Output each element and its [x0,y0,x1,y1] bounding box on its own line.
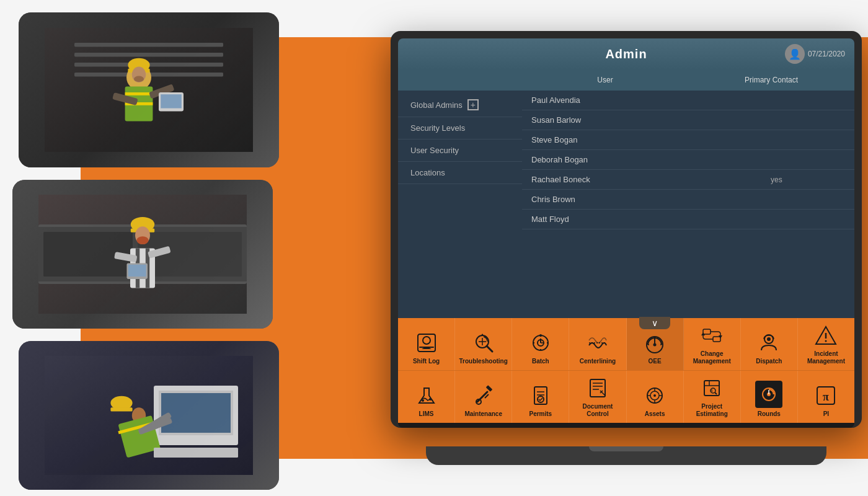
document-control-label: Document Control [572,403,623,418]
lims-button[interactable]: LIMS [398,371,455,423]
svg-rect-86 [590,379,605,397]
laptop-screen: Admin 👤 07/21/2020 User Primary Contact … [398,38,854,428]
batch-label: Batch [532,358,549,365]
table-body: Global Admins + Security Levels User Sec… [398,91,854,318]
svg-marker-53 [481,334,484,335]
user-contact: yes [771,175,845,184]
incident-management-label: Incident Management [800,350,852,365]
centerlining-button[interactable]: Centerlining [569,318,626,370]
svg-point-62 [653,343,657,347]
project-estimating-button[interactable]: $ Project Estimating [684,371,741,423]
svg-point-10 [134,76,144,82]
screen-header: Admin 👤 07/21/2020 [398,38,854,69]
nav-user-security[interactable]: User Security [398,140,522,162]
lims-icon [414,383,439,408]
screen-content: Admin 👤 07/21/2020 User Primary Contact … [398,38,854,423]
rounds-button[interactable]: Rounds [741,371,798,423]
svg-rect-16 [161,94,182,108]
photo-worker-3 [19,341,279,490]
page-title: Admin [605,47,647,61]
dispatch-label: Dispatch [756,358,782,365]
table-row[interactable]: Chris Brown [522,190,854,210]
laptop-frame: Admin 👤 07/21/2020 User Primary Contact … [391,31,862,428]
change-management-label: Change Management [686,350,738,365]
oee-icon [642,330,667,355]
permits-icon [528,383,553,408]
svg-text:$: $ [711,389,714,392]
maintenance-button[interactable]: Maintenance [455,371,512,423]
nav-label: Security Levels [410,123,465,133]
project-estimating-label: Project Estimating [686,403,738,418]
document-control-icon [585,376,610,401]
shift-log-label: Shift Log [413,358,440,365]
lims-label: LIMS [419,410,434,418]
table-row[interactable]: Paul Alvendia [522,91,854,110]
oee-label: OEE [649,358,662,365]
user-name: Steve Bogan [531,135,771,144]
change-management-button[interactable]: Change Management [684,318,741,370]
centerlining-label: Centerlining [580,358,616,365]
table-row[interactable]: Susan Barlow [522,110,854,130]
icon-row-2: LIMS M [398,371,854,423]
table-header: User Primary Contact [398,69,854,91]
svg-rect-41 [110,407,132,411]
nav-locations[interactable]: Locations [398,162,522,184]
table-row[interactable]: Steve Bogan [522,130,854,150]
troubleshooting-icon [471,330,496,355]
incident-management-icon [813,323,838,348]
oee-button[interactable]: ∨ [627,318,684,370]
document-control-button[interactable]: Document Control [569,371,626,423]
maintenance-icon [471,383,496,408]
troubleshooting-button[interactable]: Troubleshooting [455,318,512,370]
nav-label: Locations [410,168,445,177]
svg-text:AF: AF [828,389,835,394]
change-management-icon [699,323,724,348]
table-row[interactable]: Matt Floyd [522,210,854,229]
assets-button[interactable]: Assets [627,371,684,423]
photos-container [12,12,285,484]
table-row[interactable]: Deborah Bogan [522,150,854,170]
svg-point-74 [825,340,827,342]
nav-global-admins[interactable]: Global Admins + [398,93,522,117]
svg-line-52 [487,346,492,352]
svg-point-76 [422,399,424,402]
pi-label: PI [823,410,829,418]
col-user: User [522,73,688,87]
pi-button[interactable]: π AF PI [798,371,854,423]
dispatch-button[interactable]: Dispatch [741,318,798,370]
shift-log-button[interactable]: Shift Log [398,318,455,370]
pi-icon: π AF [813,383,838,408]
avatar: 👤 [785,44,805,64]
shift-log-icon [414,330,439,355]
user-name: Deborah Bogan [531,155,771,164]
incident-management-button[interactable]: Incident Management [798,318,854,370]
user-name: Matt Floyd [531,215,771,224]
svg-point-77 [429,398,432,401]
header-date: 07/21/2020 [808,50,845,58]
table-row[interactable]: Rachael Boneck yes [522,170,854,190]
svg-rect-66 [703,329,711,334]
nav-sidebar: Global Admins + Security Levels User Sec… [398,91,522,318]
nav-security-levels[interactable]: Security Levels [398,117,522,140]
laptop-base [426,446,826,465]
svg-rect-39 [161,393,231,433]
svg-rect-67 [713,337,720,342]
user-name: Paul Alvendia [531,95,771,105]
user-name: Chris Brown [531,195,771,204]
chevron-up-icon: ∨ [639,317,670,329]
icon-bar-row2: LIMS M [398,370,854,423]
user-name: Rachael Boneck [531,175,771,184]
assets-label: Assets [645,410,665,418]
laptop-container: Admin 👤 07/21/2020 User Primary Contact … [391,31,862,465]
plus-icon[interactable]: + [467,99,479,110]
maintenance-label: Maintenance [464,410,502,418]
nav-label: Global Admins [410,100,463,110]
svg-rect-79 [485,385,492,392]
permits-button[interactable]: Permits [512,371,569,423]
permits-label: Permits [529,410,552,418]
icon-bar-row1: Shift Log [398,318,854,370]
svg-point-71 [767,337,771,341]
batch-button[interactable]: Batch [512,318,569,370]
nav-label: User Security [410,146,459,155]
rounds-label: Rounds [758,410,781,418]
